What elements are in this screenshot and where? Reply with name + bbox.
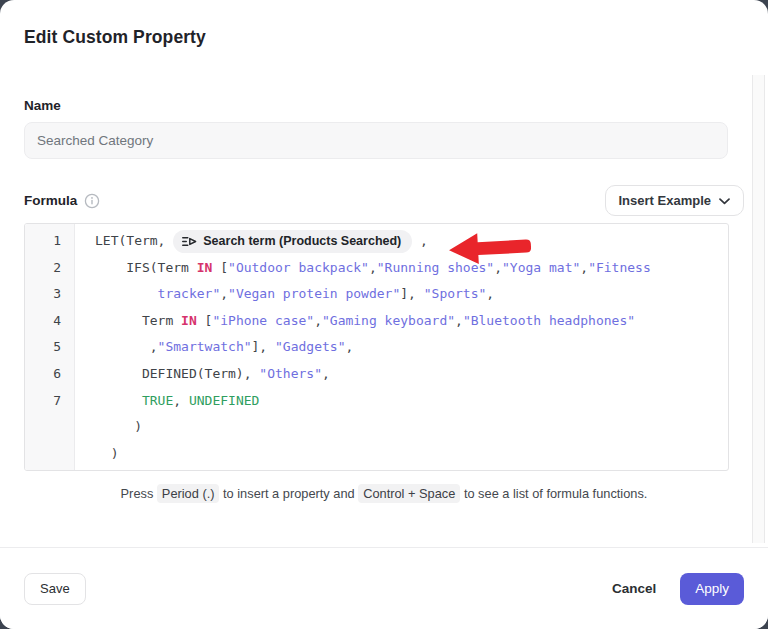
apply-button[interactable]: Apply — [680, 573, 744, 605]
code-token: , — [322, 366, 330, 381]
cancel-button[interactable]: Cancel — [612, 581, 656, 596]
property-chip-label: Search term (Products Searched) — [203, 228, 401, 255]
code-token: , — [220, 286, 228, 301]
code-token: "Smartwatch" — [158, 339, 252, 354]
event-property-icon — [182, 235, 197, 248]
code-token: , — [494, 260, 502, 275]
code-token: , — [314, 313, 322, 328]
code-token: , — [369, 260, 377, 275]
insert-example-button[interactable]: Insert Example — [605, 185, 745, 216]
code-line: DEFINED(Term), "Others", — [95, 361, 728, 388]
code-token: ], — [252, 339, 275, 354]
code-line: ,"Smartwatch"], "Gadgets", — [95, 334, 728, 361]
code-line: LET(Term, Search term (Products Searched… — [95, 228, 728, 255]
edit-custom-property-dialog: Edit Custom Property Name Formula Insert… — [0, 0, 768, 629]
code-token: Term — [142, 313, 181, 328]
dialog-footer: Save Cancel Apply — [0, 547, 768, 629]
code-token: "Gadgets" — [275, 339, 345, 354]
line-number: 3 — [25, 281, 74, 308]
code-token: "Running shoes" — [377, 260, 494, 275]
code-line: tracker","Vegan protein powder"], "Sport… — [95, 281, 728, 308]
code-token: "Gaming keyboard" — [322, 313, 455, 328]
hint-text: to insert a property and — [219, 486, 358, 501]
chevron-down-icon — [719, 193, 730, 208]
code-token: "Outdoor backpack" — [228, 260, 369, 275]
code-token: "Vegan protein powder" — [228, 286, 400, 301]
info-icon[interactable] — [84, 193, 100, 209]
code-token: IN — [197, 260, 213, 275]
code-token: "Fitness — [588, 260, 651, 275]
code-line: Term IN ["iPhone case","Gaming keyboard"… — [95, 308, 728, 335]
code-area: LET(Term, Search term (Products Searched… — [75, 224, 728, 470]
line-number: 5 — [25, 334, 74, 361]
line-number: 2 — [25, 255, 74, 282]
code-token: , — [173, 393, 189, 408]
code-token: , — [455, 313, 463, 328]
scrollbar[interactable] — [752, 75, 765, 543]
name-input[interactable] — [24, 122, 728, 159]
code-token: UNDEFINED — [189, 393, 259, 408]
kbd-control-space: Control + Space — [358, 484, 460, 503]
formula-editor[interactable]: 1234567 LET(Term, Search term (Products … — [24, 223, 729, 471]
code-token: , — [486, 286, 494, 301]
code-token: [ — [212, 260, 228, 275]
code-token: [ — [197, 313, 213, 328]
code-token: LET(Term, — [95, 233, 173, 248]
code-token: "Sports" — [424, 286, 487, 301]
code-token: IN — [181, 313, 197, 328]
code-token: IFS(Term — [126, 260, 196, 275]
save-button[interactable]: Save — [24, 573, 86, 605]
name-label: Name — [24, 98, 744, 113]
editor-hint: Press Period (.) to insert a property an… — [24, 486, 744, 501]
line-number: 7 — [25, 388, 74, 415]
formula-label: Formula — [24, 193, 77, 208]
code-token: "Bluetooth headphones" — [463, 313, 635, 328]
line-number: 4 — [25, 308, 74, 335]
code-line: ) — [95, 441, 728, 468]
code-token: , — [580, 260, 588, 275]
code-token: "Others" — [259, 366, 322, 381]
hint-text: Press — [121, 486, 157, 501]
code-token: "Yoga mat" — [502, 260, 580, 275]
code-token: ], — [400, 286, 423, 301]
hint-text: to see a list of formula functions. — [460, 486, 647, 501]
code-line: IFS(Term IN ["Outdoor backpack","Running… — [95, 255, 728, 282]
code-line: TRUE, UNDEFINED — [95, 388, 728, 415]
code-token: DEFINED(Term), — [142, 366, 259, 381]
line-number: 1 — [25, 228, 74, 255]
line-number: 6 — [25, 361, 74, 388]
dialog-title: Edit Custom Property — [24, 27, 744, 48]
code-token: , — [345, 339, 353, 354]
code-token: ) — [111, 446, 119, 461]
code-token: ) — [134, 419, 142, 434]
code-token: , — [412, 233, 428, 248]
code-token: tracker" — [158, 286, 221, 301]
code-token: , — [150, 339, 158, 354]
code-token: "iPhone case" — [212, 313, 314, 328]
property-chip[interactable]: Search term (Products Searched) — [173, 230, 412, 253]
line-number-gutter: 1234567 — [25, 224, 75, 470]
kbd-period: Period (.) — [157, 484, 220, 503]
insert-example-label: Insert Example — [619, 193, 712, 208]
code-token: TRUE — [142, 393, 173, 408]
code-line: ) — [95, 414, 728, 441]
